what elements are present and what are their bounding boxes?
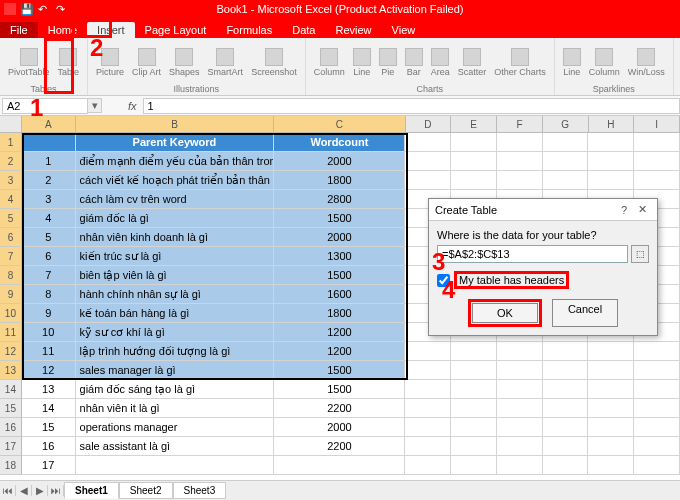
column-header-a[interactable]: A <box>22 116 76 132</box>
cancel-button[interactable]: Cancel <box>552 299 618 327</box>
ok-button[interactable]: OK <box>472 303 538 323</box>
cell[interactable]: 1800 <box>274 304 405 323</box>
cell[interactable]: 1600 <box>274 285 405 304</box>
cell[interactable] <box>405 133 451 152</box>
cell[interactable] <box>405 380 451 399</box>
cell[interactable]: 17 <box>22 456 76 475</box>
cell[interactable]: giám đốc sáng tạo là gì <box>76 380 275 399</box>
cell[interactable] <box>543 171 589 190</box>
cell[interactable] <box>497 361 543 380</box>
cell[interactable]: sales manager là gì <box>76 361 275 380</box>
row-header[interactable]: 14 <box>0 380 22 399</box>
smartart-button[interactable]: SmartArt <box>206 46 246 79</box>
cell[interactable] <box>588 456 634 475</box>
cell[interactable]: 2000 <box>274 152 405 171</box>
cell[interactable]: giám đốc là gì <box>76 209 275 228</box>
cell[interactable] <box>451 171 497 190</box>
column-header-e[interactable]: E <box>451 116 497 132</box>
cell[interactable]: 5 <box>22 228 76 247</box>
cell[interactable] <box>451 437 497 456</box>
cell[interactable]: 2800 <box>274 190 405 209</box>
cell[interactable]: 15 <box>22 418 76 437</box>
cell[interactable] <box>588 342 634 361</box>
row-header[interactable]: 10 <box>0 304 22 323</box>
cell[interactable] <box>497 456 543 475</box>
cell[interactable]: Parent Keyword <box>76 133 275 152</box>
column-header-g[interactable]: G <box>543 116 589 132</box>
cell[interactable] <box>497 152 543 171</box>
cell[interactable]: 4 <box>22 209 76 228</box>
cell[interactable] <box>543 133 589 152</box>
cell[interactable]: operations manager <box>76 418 275 437</box>
cell[interactable] <box>497 171 543 190</box>
cell[interactable]: 2 <box>22 171 76 190</box>
undo-icon[interactable]: ↶ <box>38 3 50 15</box>
row-header[interactable]: 15 <box>0 399 22 418</box>
shapes-button[interactable]: Shapes <box>167 46 202 79</box>
cell[interactable] <box>634 361 680 380</box>
cell[interactable] <box>405 171 451 190</box>
row-header[interactable]: 12 <box>0 342 22 361</box>
cell[interactable] <box>588 437 634 456</box>
cell[interactable]: 1300 <box>274 247 405 266</box>
cell[interactable]: hành chính nhân sự là gì <box>76 285 275 304</box>
cell[interactable] <box>451 133 497 152</box>
cell[interactable] <box>274 456 405 475</box>
cell[interactable]: 1500 <box>274 361 405 380</box>
cell[interactable] <box>76 456 275 475</box>
cell[interactable] <box>634 380 680 399</box>
formula-bar[interactable]: 1 <box>143 98 680 114</box>
cell[interactable] <box>588 399 634 418</box>
row-header[interactable]: 5 <box>0 209 22 228</box>
row-header[interactable]: 6 <box>0 228 22 247</box>
sheet-tab-sheet3[interactable]: Sheet3 <box>173 482 227 499</box>
cell[interactable] <box>405 361 451 380</box>
cell[interactable] <box>451 361 497 380</box>
cell[interactable] <box>497 380 543 399</box>
tab-review[interactable]: Review <box>325 22 381 38</box>
cell[interactable]: kiến trúc sư là gì <box>76 247 275 266</box>
cell[interactable]: 1500 <box>274 209 405 228</box>
cell[interactable]: 12 <box>22 361 76 380</box>
cell[interactable] <box>405 437 451 456</box>
close-icon[interactable]: ✕ <box>633 203 651 216</box>
cell[interactable] <box>634 437 680 456</box>
cell[interactable]: 10 <box>22 323 76 342</box>
cell[interactable] <box>497 342 543 361</box>
tab-data[interactable]: Data <box>282 22 325 38</box>
cell[interactable]: biên tập viên là gì <box>76 266 275 285</box>
cell[interactable] <box>634 133 680 152</box>
line-button[interactable]: Line <box>561 46 583 79</box>
column-button[interactable]: Column <box>587 46 622 79</box>
cell[interactable]: cách viết kế hoạch phát triển bản thân t… <box>76 171 275 190</box>
tab-formulas[interactable]: Formulas <box>216 22 282 38</box>
row-header[interactable]: 7 <box>0 247 22 266</box>
redo-icon[interactable]: ↷ <box>56 3 68 15</box>
cell[interactable] <box>634 399 680 418</box>
cell[interactable]: 2000 <box>274 228 405 247</box>
cell[interactable]: kế toán bán hàng là gì <box>76 304 275 323</box>
row-header[interactable]: 3 <box>0 171 22 190</box>
cell[interactable]: điểm mạnh điểm yếu của bản thân trong cv <box>76 152 275 171</box>
cell[interactable] <box>497 418 543 437</box>
row-header[interactable]: 17 <box>0 437 22 456</box>
row-header[interactable]: 13 <box>0 361 22 380</box>
row-header[interactable]: 16 <box>0 418 22 437</box>
select-all-corner[interactable] <box>0 116 22 132</box>
cell[interactable] <box>405 399 451 418</box>
row-header[interactable]: 18 <box>0 456 22 475</box>
bar-button[interactable]: Bar <box>403 46 425 79</box>
cell[interactable]: 1500 <box>274 380 405 399</box>
cell[interactable]: kỹ sư cơ khí là gì <box>76 323 275 342</box>
cell[interactable] <box>588 380 634 399</box>
cell[interactable]: 6 <box>22 247 76 266</box>
tab-insert[interactable]: Insert <box>87 22 135 38</box>
column-button[interactable]: Column <box>312 46 347 79</box>
column-header-h[interactable]: H <box>589 116 635 132</box>
cell[interactable]: 7 <box>22 266 76 285</box>
sheet-tab-sheet2[interactable]: Sheet2 <box>119 482 173 499</box>
row-header[interactable]: 8 <box>0 266 22 285</box>
line-button[interactable]: Line <box>351 46 373 79</box>
cell[interactable] <box>405 342 451 361</box>
cell[interactable] <box>22 133 76 152</box>
